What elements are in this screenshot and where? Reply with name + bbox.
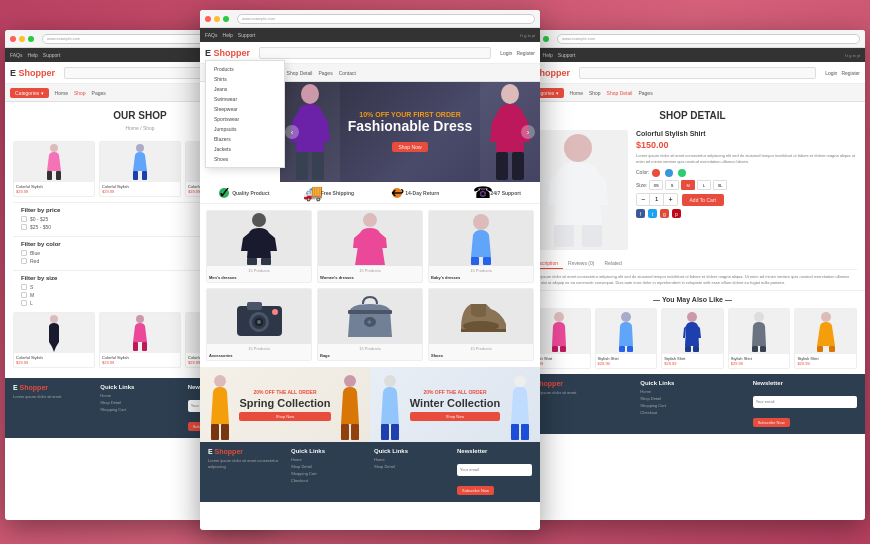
nav-links-middle: Login Register	[500, 50, 535, 56]
footer-link[interactable]: Checkout	[640, 410, 744, 415]
qty-plus[interactable]: +	[663, 194, 676, 205]
list-item[interactable]: Colorful Stylish $29.99	[99, 141, 181, 197]
newsletter-btn-middle[interactable]: Subscribe Now	[457, 486, 494, 495]
pinterest-icon[interactable]: p	[672, 209, 681, 218]
svg-point-49	[514, 375, 526, 387]
svg-point-22	[252, 213, 266, 227]
dropdown-item-shoes[interactable]: Shoes	[206, 154, 284, 164]
facebook-icon[interactable]: f	[636, 209, 645, 218]
tab-related[interactable]: Related	[599, 258, 626, 269]
url-bar-right[interactable]: www.example.com	[557, 34, 860, 44]
product-count: 15 Products	[209, 346, 309, 351]
qty-minus[interactable]: −	[637, 194, 650, 205]
dropdown-item-jeans[interactable]: Jeans	[206, 84, 284, 94]
twitter-icon[interactable]: t	[648, 209, 657, 218]
svg-rect-5	[142, 171, 147, 180]
newsletter-input-middle[interactable]	[457, 464, 532, 476]
footer-link[interactable]: Shop Detail	[374, 464, 449, 469]
hero-prev-arrow[interactable]: ‹	[285, 125, 299, 139]
spring-banner-content: 20% OFF THE ALL ORDER Spring Collection …	[239, 389, 330, 421]
google-plus-icon[interactable]: g	[660, 209, 669, 218]
category-info-bags: 15 Products Bags	[318, 344, 422, 360]
svg-rect-60	[627, 346, 633, 352]
list-item[interactable]: 15 Products Shoes	[428, 288, 534, 361]
dropdown-item-products[interactable]: Products	[206, 64, 284, 74]
dropdown-item-blazers[interactable]: Blazers	[206, 134, 284, 144]
nav-links-right: Login Register	[825, 70, 860, 76]
size-btn-l[interactable]: L	[697, 180, 711, 190]
footer-link[interactable]: Shopping Cart	[291, 471, 366, 476]
size-btn-m[interactable]: M	[681, 180, 695, 190]
right-window: www.example.com FAQs Help Support f t g …	[520, 30, 865, 520]
categories-dropdown: Products Shirts Jeans Swimwear Sleepwear…	[205, 60, 285, 168]
footer-link[interactable]: Shopping Cart	[100, 407, 179, 412]
product-info: Colorful Stylish $29.99	[14, 353, 94, 367]
color-swatch-blue[interactable]	[665, 169, 673, 177]
list-item[interactable]: 15 Products Accessories	[206, 288, 312, 361]
category-image-womens	[318, 211, 422, 266]
svg-rect-45	[351, 424, 359, 440]
product-main-image	[528, 130, 628, 250]
svg-point-26	[473, 214, 489, 230]
list-item[interactable]: 15 Products Women's dresses	[317, 210, 423, 283]
categories-btn-left[interactable]: Categories ▾	[10, 88, 49, 98]
nav-menu-left: Home Shop Pages	[55, 90, 106, 96]
svg-rect-62	[685, 346, 691, 352]
product-count: 15 Products	[209, 268, 309, 273]
footer-link[interactable]: Home	[374, 457, 449, 462]
dropdown-item-shirts[interactable]: Shirts	[206, 74, 284, 84]
footer-link[interactable]: Shop Detail	[291, 464, 366, 469]
list-item[interactable]: Colorful Stylish $29.99	[99, 312, 181, 368]
list-item[interactable]: Colorful Stylish $29.99	[13, 312, 95, 368]
tab-reviews[interactable]: Reviews (0)	[563, 258, 599, 269]
color-swatch-green[interactable]	[678, 169, 686, 177]
size-btn-xs[interactable]: XS	[649, 180, 663, 190]
svg-rect-44	[341, 424, 349, 440]
url-bar-middle[interactable]: www.example.com	[237, 14, 535, 24]
dropdown-item-jumpsuits[interactable]: Jumpsuits	[206, 124, 284, 134]
dropdown-item-sportswear[interactable]: Sportswear	[206, 114, 284, 124]
list-item[interactable]: Colorful Stylish $29.99	[13, 141, 95, 197]
svg-point-9	[50, 315, 58, 323]
add-to-cart-btn[interactable]: Add To Cart	[682, 194, 724, 206]
dot-green-right	[543, 36, 549, 42]
dropdown-item-swimwear[interactable]: Swimwear	[206, 94, 284, 104]
newsletter-btn-right[interactable]: Subscribe Now	[753, 418, 790, 427]
product-price: $29.99	[102, 189, 178, 194]
list-item[interactable]: Stylish Shirt $29.99	[794, 308, 857, 369]
footer-link[interactable]: Checkout	[291, 478, 366, 483]
svg-rect-63	[693, 346, 699, 352]
spring-shop-btn[interactable]: Shop Now	[239, 412, 330, 421]
list-item[interactable]: Stylish Shirt $29.99	[728, 308, 791, 369]
quantity-stepper[interactable]: − 1 +	[636, 193, 678, 206]
size-btn-s[interactable]: S	[665, 180, 679, 190]
footer-link[interactable]: Shop Detail	[640, 396, 744, 401]
list-item[interactable]: Stylish Shirt $29.99	[595, 308, 658, 369]
color-swatch-red[interactable]	[652, 169, 660, 177]
list-item[interactable]: Stylish Shirt $29.99	[661, 308, 724, 369]
dropdown-item-jackets[interactable]: Jackets	[206, 144, 284, 154]
search-right[interactable]	[579, 67, 816, 79]
hero-shop-btn[interactable]: Shop Now	[392, 142, 427, 152]
list-item[interactable]: 15 Products Baby's dresses	[428, 210, 534, 283]
footer-link[interactable]: Home	[640, 389, 744, 394]
baby-figure	[456, 213, 506, 265]
winter-shop-btn[interactable]: Shop Now	[410, 412, 500, 421]
newsletter-input-right[interactable]	[753, 396, 857, 408]
footer-link[interactable]: Shopping Cart	[640, 403, 744, 408]
dot-red-middle	[205, 16, 211, 22]
product-name: Men's dresses	[209, 275, 309, 280]
hero-next-arrow[interactable]: ›	[521, 125, 535, 139]
may-product-price: $29.99	[731, 361, 788, 366]
list-item[interactable]: ✦ 15 Products Bags	[317, 288, 423, 361]
winter-model-left	[375, 374, 405, 442]
size-btn-xl[interactable]: XL	[713, 180, 727, 190]
search-middle[interactable]	[259, 47, 491, 59]
list-item[interactable]: 15 Products Men's dresses	[206, 210, 312, 283]
footer-link[interactable]: Home	[291, 457, 366, 462]
dropdown-item-sleepwear[interactable]: Sleepwear	[206, 104, 284, 114]
footer-link[interactable]: Shop Detail	[100, 400, 179, 405]
spring-title: Spring Collection	[239, 397, 330, 409]
footer-link[interactable]: Home	[100, 393, 179, 398]
svg-point-61	[687, 312, 697, 322]
